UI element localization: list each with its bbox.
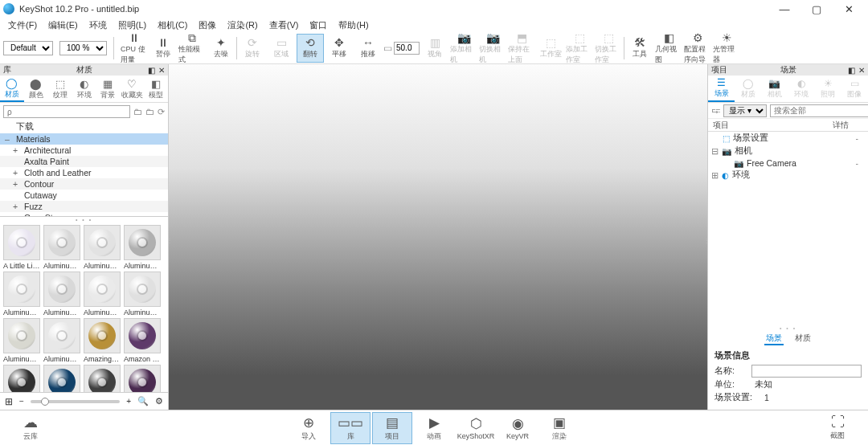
- focal-length-input[interactable]: [394, 42, 420, 55]
- scene-name-input[interactable]: [751, 365, 862, 378]
- ribbon-CPU 使用量[interactable]: ⏸CPU 使用量: [121, 34, 148, 63]
- library-tab-环境[interactable]: ◐环境: [72, 76, 96, 102]
- library-tab-纹理[interactable]: ⬚纹理: [48, 76, 72, 102]
- ribbon-翻转[interactable]: ⟲翻转: [297, 34, 324, 63]
- ribbon-平移[interactable]: ✥平移: [326, 34, 353, 63]
- ribbon-几何视图[interactable]: ◧几何视图: [655, 34, 682, 63]
- material-thumb[interactable]: Aluminum ...: [3, 318, 40, 363]
- library-tab-颜色[interactable]: ⬤颜色: [24, 76, 48, 102]
- scene-tree-row[interactable]: ⊞◐环境: [708, 169, 868, 182]
- material-thumbnail-grid[interactable]: A Little Lila...Aluminum ...Aluminum ...…: [0, 222, 168, 392]
- bottom-导入[interactable]: ⊕导入: [289, 412, 329, 444]
- menu-item[interactable]: 查看(V): [264, 19, 304, 31]
- menu-item[interactable]: 照明(L): [113, 19, 151, 31]
- material-thumb[interactable]: Aluminum ...: [43, 318, 80, 363]
- splitter-handle[interactable]: • • •: [708, 325, 868, 331]
- mode-tab-material[interactable]: 材质: [793, 331, 813, 345]
- folder-add-icon[interactable]: 🗀: [145, 107, 154, 116]
- search-icon[interactable]: 🔍: [137, 396, 149, 406]
- preset-select[interactable]: Default: [3, 41, 53, 55]
- window-maximize-button[interactable]: ▢: [800, 1, 833, 17]
- material-thumb[interactable]: Anodized ...: [43, 365, 80, 392]
- material-thumb[interactable]: Anodized ...: [3, 365, 40, 392]
- ribbon-去噪[interactable]: ✦去噪: [207, 34, 235, 63]
- collapse-icon[interactable]: ⮓: [711, 106, 720, 116]
- tree-row[interactable]: Axalta Paint: [0, 156, 168, 167]
- tree-row[interactable]: +Contour: [0, 178, 168, 190]
- display-select[interactable]: 显示 ▾: [723, 104, 767, 117]
- project-tab-材质[interactable]: ◯材质: [735, 76, 761, 102]
- library-search-input[interactable]: [3, 105, 130, 118]
- material-thumb[interactable]: A Little Lila...: [3, 225, 40, 270]
- panel-close-icon[interactable]: ✕: [858, 66, 865, 75]
- tree-toggle-icon[interactable]: ⊞: [711, 170, 719, 180]
- bottom-KeyShotXR[interactable]: ⬡KeyShotXR: [456, 412, 496, 444]
- tree-toggle-icon[interactable]: +: [13, 168, 21, 178]
- screenshot-button[interactable]: ⛶ 截图: [813, 414, 862, 441]
- library-tab-背景[interactable]: ▦背景: [96, 76, 120, 102]
- scene-tree[interactable]: ⬚场景设置-⊟📷相机📷Free Camera-⊞◐环境: [708, 132, 868, 325]
- material-thumb[interactable]: Aluminum ...: [84, 225, 121, 270]
- folder-icon[interactable]: 🗀: [133, 107, 142, 116]
- zoom-select[interactable]: 100 %: [59, 41, 107, 55]
- tree-row[interactable]: +Cloth and Leather: [0, 167, 168, 178]
- menu-item[interactable]: 窗口: [305, 19, 332, 31]
- material-thumb[interactable]: Amazon M...: [124, 318, 161, 363]
- tree-toggle-icon[interactable]: ⊟: [711, 146, 719, 156]
- scene-tree-row[interactable]: ⊟📷相机: [708, 145, 868, 157]
- menu-item[interactable]: 相机(C): [153, 19, 192, 31]
- material-thumb[interactable]: Aluminum ...: [3, 271, 40, 316]
- render-viewport[interactable]: ⋮ ⋮: [169, 64, 707, 410]
- window-minimize-button[interactable]: —: [768, 1, 800, 17]
- ribbon-暂停[interactable]: ⏸暂停: [149, 34, 177, 63]
- mode-tab-scene[interactable]: 场景: [764, 331, 784, 345]
- window-close-button[interactable]: ✕: [833, 1, 865, 17]
- project-tab-相机[interactable]: 📷相机: [761, 76, 788, 102]
- refresh-icon[interactable]: ⟳: [158, 107, 165, 117]
- bottom-库[interactable]: ▭▭库: [330, 412, 371, 444]
- ribbon-工具[interactable]: 🛠工具: [626, 34, 653, 63]
- project-tab-照明[interactable]: ☀照明: [815, 76, 841, 102]
- material-thumb[interactable]: Aluminum ...: [124, 225, 161, 270]
- ribbon-性能模式[interactable]: ⧉性能模式: [178, 34, 206, 63]
- tree-row[interactable]: 下载: [0, 120, 168, 133]
- viewport-drag-handle-icon[interactable]: ⋮: [166, 237, 173, 244]
- material-thumb[interactable]: Anodized ...: [84, 365, 121, 392]
- tree-row[interactable]: –Materials: [0, 133, 168, 145]
- menu-item[interactable]: 图像: [194, 19, 221, 31]
- material-thumb[interactable]: Aluminum ...: [84, 271, 121, 316]
- ribbon-光管理器[interactable]: ☀光管理器: [713, 34, 740, 63]
- material-thumb[interactable]: Aluminum ...: [43, 271, 80, 316]
- menu-item[interactable]: 编辑(E): [43, 19, 83, 31]
- library-tab-材质[interactable]: ◯材质: [0, 76, 24, 102]
- scene-tree-row[interactable]: 📷Free Camera-: [708, 157, 868, 169]
- grid-icon[interactable]: ⊞: [5, 396, 13, 407]
- menu-item[interactable]: 渲染(R): [223, 19, 262, 31]
- viewport-drag-handle-icon[interactable]: ⋮: [703, 237, 710, 244]
- project-search-input[interactable]: [770, 104, 868, 117]
- tree-toggle-icon[interactable]: +: [13, 145, 21, 155]
- material-tree[interactable]: 下载–Materials+ArchitecturalAxalta Paint+C…: [0, 120, 168, 217]
- tree-row[interactable]: +Fuzz: [0, 201, 168, 212]
- material-thumb[interactable]: Aluminum ...: [43, 225, 80, 270]
- project-tab-场景[interactable]: ☰场景: [708, 76, 735, 102]
- bottom-渲染[interactable]: ▣渲染: [539, 412, 579, 444]
- scene-tree-row[interactable]: ⬚场景设置-: [708, 132, 868, 145]
- bottom-KeyVR[interactable]: ◉KeyVR: [497, 412, 538, 444]
- menu-item[interactable]: 帮助(H): [334, 19, 373, 31]
- material-thumb[interactable]: Anodized ...: [124, 365, 161, 392]
- bottom-动画[interactable]: ▶动画: [414, 412, 454, 444]
- menu-item[interactable]: 文件(F): [3, 19, 42, 31]
- panel-close-icon[interactable]: ✕: [158, 66, 165, 75]
- menu-item[interactable]: 环境: [84, 19, 112, 31]
- panel-undock-icon[interactable]: ◧: [148, 66, 155, 75]
- ribbon-配置程序向导[interactable]: ⚙配置程序向导: [684, 34, 711, 63]
- tree-toggle-icon[interactable]: +: [13, 202, 21, 211]
- tree-row[interactable]: Cutaway: [0, 190, 168, 201]
- bottom-项目[interactable]: ▤项目: [372, 412, 412, 444]
- material-thumb[interactable]: Amazing G...: [84, 318, 121, 363]
- panel-undock-icon[interactable]: ◧: [848, 66, 855, 75]
- thumb-size-slider[interactable]: [31, 400, 120, 403]
- cloud-library-button[interactable]: ☁ 云库: [6, 414, 55, 442]
- settings-icon[interactable]: ⚙: [155, 396, 163, 406]
